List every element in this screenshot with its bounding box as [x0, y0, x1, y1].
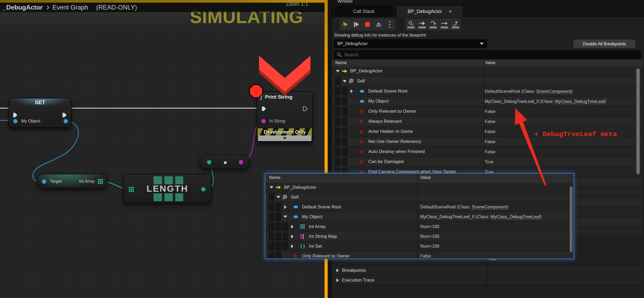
expander-collapsed-icon[interactable] [291, 244, 293, 248]
my-object-in-pin[interactable] [13, 119, 17, 123]
expander-open-icon[interactable] [277, 196, 280, 198]
blueprint-instance-dropdown[interactable]: BP_DebugActor [334, 39, 487, 48]
table-row[interactable]: Self [332, 76, 643, 86]
row-name: Auto Destroy when Finished [368, 149, 425, 154]
conv-out-pin[interactable] [239, 160, 243, 164]
length-deco-top [154, 176, 183, 184]
table-row[interactable]: Int String MapNum=100 [265, 232, 573, 242]
vertical-scrollbar[interactable] [636, 68, 640, 174]
bool-icon [360, 120, 367, 123]
step-out-icon [452, 21, 459, 26]
expand-advanced-button[interactable] [258, 135, 312, 141]
tab-well: Call Stack BP_DebugActor × [332, 4, 644, 17]
row-name: My Object [302, 214, 322, 220]
table-row[interactable]: Default Scene RootDefaultSceneRoot (Clas… [265, 202, 573, 212]
expander-open-icon[interactable] [343, 80, 347, 82]
eject-button[interactable] [373, 19, 384, 30]
expander-collapsed-icon[interactable] [284, 205, 287, 209]
in-string-pin[interactable] [261, 119, 266, 123]
execution-trace-section[interactable]: Execution Trace [332, 275, 643, 285]
indent-guide [342, 97, 348, 105]
length-int-out-pin[interactable] [201, 187, 205, 191]
indent-guide [275, 252, 281, 259]
expander-open-icon[interactable] [336, 70, 340, 72]
expander-collapsed-icon[interactable] [291, 225, 293, 229]
step-into-button[interactable] [417, 19, 428, 30]
table-row[interactable]: BP_DebugActor [332, 66, 643, 76]
search-icon [337, 52, 342, 58]
object-icon [360, 100, 367, 103]
node-set-my-object[interactable]: SET My Object [8, 98, 72, 128]
breakpoints-section[interactable]: Breakpoints [332, 266, 643, 275]
toolbar-options-button[interactable] [384, 19, 395, 30]
table-row[interactable]: My ObjectMyClass_DebugTreeLeaf_0 (Class:… [265, 212, 573, 222]
column-value[interactable]: Value [420, 175, 431, 180]
table-row[interactable]: Only Relevant to OwnerFalse [265, 251, 573, 259]
close-tab-icon[interactable]: × [449, 9, 452, 14]
stop-button[interactable] [362, 19, 373, 30]
class-link[interactable]: SceneComponent [472, 204, 507, 209]
step-out-button[interactable] [450, 19, 461, 30]
bool-icon [360, 110, 367, 113]
expander-open-icon[interactable] [283, 216, 287, 218]
expander-collapsed-icon[interactable] [291, 235, 293, 238]
print-exec-in-pin[interactable] [261, 106, 267, 111]
frame-skip-button[interactable] [351, 19, 362, 30]
expander-collapsed-icon[interactable] [351, 89, 353, 93]
target-pin-label: Target [50, 179, 62, 184]
debug-toolbar [332, 17, 644, 32]
row-value: False [485, 149, 495, 154]
print-exec-out-pin[interactable] [303, 106, 308, 111]
search-input[interactable]: Search [334, 50, 641, 59]
play-icon [342, 21, 349, 28]
tab-label: BP_DebugActor [408, 9, 442, 14]
tab-bp-debugactor[interactable]: BP_DebugActor × [397, 6, 463, 17]
menu-window[interactable]: Window [338, 0, 353, 4]
bool-icon [293, 254, 300, 258]
target-pin[interactable] [42, 179, 46, 184]
stop-icon [365, 21, 370, 27]
class-link[interactable]: MyClass_DebugTreeLeaf [490, 214, 540, 219]
node-get-int-array[interactable]: Target Int Array [37, 173, 108, 189]
table-row[interactable]: Default Scene RootDefaultSceneRoot (Clas… [332, 86, 643, 97]
row-name: Only Relevant to Owner [302, 253, 350, 259]
node-array-length[interactable]: LENGTH [123, 174, 212, 203]
column-name[interactable]: Name [269, 175, 281, 180]
step-over-button[interactable] [428, 19, 439, 30]
indent-guide [342, 107, 348, 115]
node-int-to-string[interactable] [200, 155, 250, 169]
indent-guide [342, 138, 348, 146]
resume-button[interactable] [340, 19, 351, 30]
class-link[interactable]: SceneComponent [536, 89, 571, 94]
indent-guide [342, 117, 348, 125]
conv-in-pin[interactable] [207, 160, 211, 164]
my-object-out-pin[interactable] [64, 119, 68, 123]
search-placeholder: Search [344, 52, 358, 58]
popup-vertical-scrollbar[interactable] [570, 186, 572, 252]
indent-guide [275, 242, 281, 250]
exec-out-pin[interactable] [62, 112, 67, 118]
column-value[interactable]: Value [485, 60, 496, 65]
int-array-out-pin[interactable] [98, 179, 103, 185]
indent-guide [269, 233, 274, 240]
tab-call-stack[interactable]: Call Stack [335, 6, 393, 17]
expander-collapsed-icon[interactable] [336, 278, 339, 282]
table-row[interactable]: Self [265, 192, 573, 202]
continue-button[interactable] [439, 19, 450, 30]
row-name: My Object [368, 99, 389, 104]
step-into-icon [419, 21, 425, 26]
find-node-button[interactable] [405, 19, 417, 30]
table-row[interactable]: { }Int SetNum=100 [265, 242, 573, 251]
indent-guide [269, 252, 274, 259]
expander-open-icon[interactable] [270, 186, 273, 189]
row-value: False [420, 253, 431, 258]
disable-all-breakpoints-button[interactable]: Disable All Breakpoints [573, 40, 635, 48]
expander-collapsed-icon[interactable] [336, 269, 339, 272]
row-value: Num=100 [420, 234, 439, 239]
class-link[interactable]: MyClass_DebugTreeLeaf [555, 99, 604, 104]
column-name[interactable]: Name [335, 60, 347, 65]
length-array-in-pin[interactable] [129, 187, 134, 192]
node-print-string[interactable]: f Print String In String Development Onl… [257, 91, 313, 142]
exec-in-pin[interactable] [13, 112, 18, 118]
table-row[interactable]: Int ArrayNum=100 [265, 222, 573, 232]
